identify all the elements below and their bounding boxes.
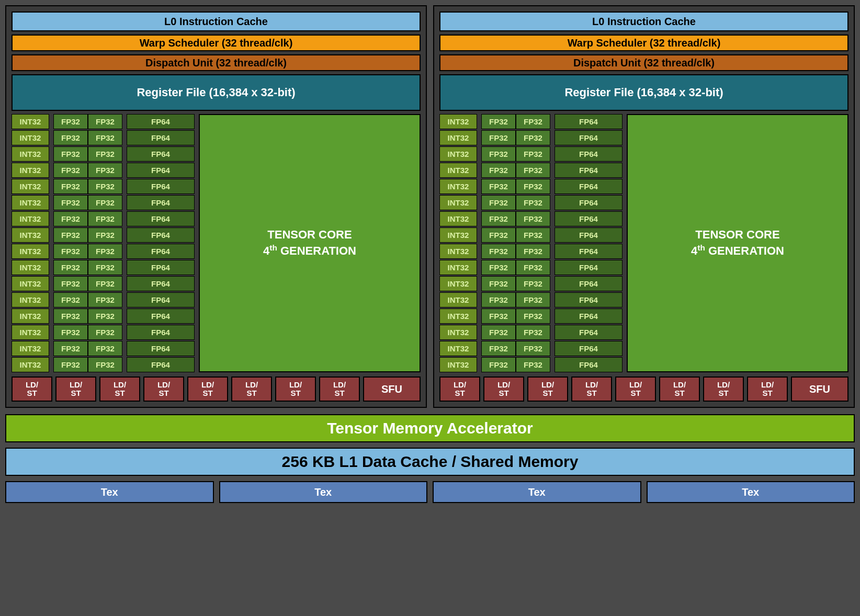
sm-partitions-row: L0 Instruction CacheWarp Scheduler (32 t… [5,5,855,408]
fp64-unit: FP64 [127,211,195,226]
fp32-unit: FP32 [481,341,516,356]
fp32-unit: FP32 [53,130,88,145]
fp64-unit: FP64 [127,292,195,307]
fp64-unit: FP64 [127,309,195,324]
fp32-columns: FP32FP32FP32FP32FP32FP32FP32FP32FP32FP32… [53,114,122,372]
fp64-unit: FP64 [555,211,623,226]
load-store-unit: LD/ST [483,377,524,402]
fp32-unit: FP32 [481,195,516,210]
int32-unit: INT32 [12,260,49,275]
load-store-unit: LD/ST [571,377,612,402]
load-store-unit: LD/ST [659,377,700,402]
fp32-unit: FP32 [53,146,88,162]
fp64-unit: FP64 [555,130,623,145]
int32-unit: INT32 [12,146,49,162]
fp64-unit: FP64 [555,325,623,340]
int32-unit: INT32 [12,244,49,259]
tensor-core-label-line1: TENSOR CORE [695,227,779,243]
fp32-unit: FP32 [481,309,516,324]
int32-unit: INT32 [439,146,477,162]
fp32-unit: FP32 [53,292,88,307]
int32-unit: INT32 [12,276,49,291]
fp32-unit: FP32 [88,195,122,210]
fp64-unit: FP64 [555,195,623,210]
load-store-unit: LD/ST [703,377,744,402]
dispatch-unit: Dispatch Unit (32 thread/clk) [12,54,421,71]
fp64-unit: FP64 [127,114,195,129]
fp32-unit: FP32 [53,357,88,372]
fp32-unit: FP32 [88,211,122,226]
fp64-unit: FP64 [127,260,195,275]
fp64-unit: FP64 [127,276,195,291]
execution-units-row: INT32INT32INT32INT32INT32INT32INT32INT32… [12,114,421,372]
fp32-unit: FP32 [88,276,122,291]
int32-unit: INT32 [12,292,49,307]
fp32-unit: FP32 [88,130,122,145]
fp32-unit: FP32 [481,260,516,275]
fp32-unit: FP32 [53,244,88,259]
tensor-core-label-line2: 4th GENERATION [263,243,356,259]
int32-unit: INT32 [12,357,49,372]
int32-unit: INT32 [439,244,477,259]
load-store-unit: LD/ST [231,377,272,402]
tensor-core: TENSOR CORE4th GENERATION [199,114,421,372]
load-store-unit: LD/ST [55,377,96,402]
fp32-unit: FP32 [481,114,516,129]
fp32-unit: FP32 [481,357,516,372]
int32-unit: INT32 [12,114,49,129]
fp32-unit: FP32 [481,276,516,291]
load-store-unit: LD/ST [275,377,316,402]
fp32-unit: FP32 [88,227,122,243]
fp32-unit: FP32 [516,341,550,356]
fp64-unit: FP64 [555,357,623,372]
int32-unit: INT32 [12,211,49,226]
int32-unit: INT32 [12,325,49,340]
tex-row: TexTexTexTex [5,481,855,503]
fp64-unit: FP64 [127,325,195,340]
dispatch-unit: Dispatch Unit (32 thread/clk) [439,54,848,71]
fp32-unit: FP32 [53,163,88,178]
fp32-unit: FP32 [516,130,550,145]
tensor-memory-accelerator: Tensor Memory Accelerator [5,414,855,442]
fp32-unit: FP32 [516,244,550,259]
load-store-unit: LD/ST [527,377,568,402]
fp32-unit: FP32 [481,325,516,340]
fp64-unit: FP64 [555,260,623,275]
l0-instruction-cache: L0 Instruction Cache [439,12,848,31]
gpu-sm-diagram: L0 Instruction CacheWarp Scheduler (32 t… [5,5,855,503]
load-store-unit: LD/ST [99,377,140,402]
sfu-unit: SFU [791,377,848,402]
fp32-unit: FP32 [53,276,88,291]
load-store-row: LD/STLD/STLD/STLD/STLD/STLD/STLD/STLD/ST… [12,377,421,402]
load-store-unit: LD/ST [747,377,788,402]
fp32-unit: FP32 [481,179,516,194]
fp32-unit: FP32 [516,276,550,291]
fp64-unit: FP64 [555,276,623,291]
int32-unit: INT32 [439,260,477,275]
sfu-unit: SFU [363,377,421,402]
fp32-unit: FP32 [516,260,550,275]
int32-unit: INT32 [12,195,49,210]
fp64-unit: FP64 [127,146,195,162]
fp32-unit: FP32 [53,341,88,356]
fp32-unit: FP32 [88,244,122,259]
fp32-unit: FP32 [53,179,88,194]
int32-unit: INT32 [439,325,477,340]
fp32-unit: FP32 [516,195,550,210]
fp32-unit: FP32 [481,146,516,162]
fp32-unit: FP32 [516,357,550,372]
fp64-unit: FP64 [127,179,195,194]
fp32-unit: FP32 [516,292,550,307]
fp32-unit: FP32 [516,114,550,129]
fp32-unit: FP32 [88,325,122,340]
int32-unit: INT32 [439,309,477,324]
fp64-unit: FP64 [555,309,623,324]
int32-unit: INT32 [439,130,477,145]
fp64-unit: FP64 [127,163,195,178]
int32-unit: INT32 [439,179,477,194]
fp32-unit: FP32 [88,309,122,324]
int32-unit: INT32 [439,114,477,129]
fp32-unit: FP32 [481,211,516,226]
l1-data-cache: 256 KB L1 Data Cache / Shared Memory [5,448,855,476]
execution-units-row: INT32INT32INT32INT32INT32INT32INT32INT32… [439,114,848,372]
